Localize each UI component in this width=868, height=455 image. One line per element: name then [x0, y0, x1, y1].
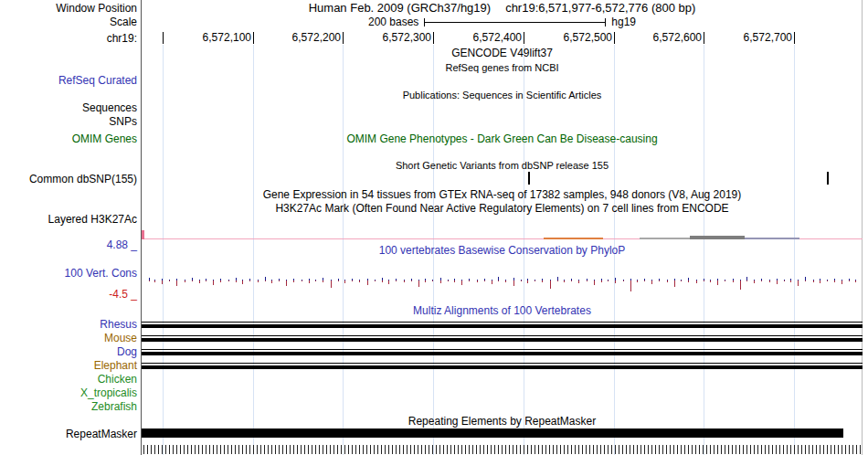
bottom-tick: [505, 445, 506, 454]
phylop-tick-negative: [754, 280, 755, 283]
phylop-tick-negative: [674, 280, 675, 287]
bottom-tick: [527, 445, 528, 454]
phylop-conservation-track[interactable]: [142, 260, 863, 297]
bottom-tick: [392, 445, 393, 454]
dbsnp-variant-tick[interactable]: [827, 172, 829, 185]
bottom-tick: [812, 445, 813, 454]
bottom-tick: [600, 445, 601, 454]
phylop-tick-negative: [492, 280, 492, 284]
bottom-tick: [772, 445, 773, 454]
bottom-tick: [768, 445, 769, 454]
phylop-tick-negative: [651, 280, 652, 284]
bottom-tick: [549, 445, 550, 454]
ruler-coordinate-label: 6,572,400: [463, 31, 522, 44]
omim-title[interactable]: OMIM Gene Phenotypes - Dark Green Can Be…: [142, 132, 863, 145]
bottom-tick: [801, 445, 802, 454]
h3k27ac-signal-segment: [640, 238, 690, 239]
bottom-tick: [567, 445, 568, 454]
base-position-ruler[interactable]: 6,572,1006,572,2006,572,3006,572,4006,57…: [142, 30, 863, 45]
phylop-title[interactable]: 100 vertebrates Basewise Conservation by…: [142, 244, 863, 257]
bottom-tick: [385, 445, 386, 454]
track-label-multiz-elephant[interactable]: Elephant: [94, 359, 137, 372]
phylop-tick-negative: [710, 280, 711, 282]
multiz-alignment-rhesus[interactable]: [142, 322, 863, 329]
multiz-title[interactable]: Multiz Alignments of 100 Vertebrates: [142, 304, 863, 317]
track-label-multiz-zebrafish[interactable]: Zebrafish: [91, 400, 137, 413]
alignment-line: [142, 363, 863, 364]
alignment-bar: [142, 352, 863, 355]
scale-bases-text: 200 bases: [368, 16, 418, 28]
bottom-tick: [520, 445, 521, 454]
h3k27ac-title[interactable]: H3K27Ac Mark (Often Found Near Active Re…: [142, 202, 863, 215]
ruler-coordinate-label: 6,572,700: [734, 31, 792, 44]
phylop-tick-negative: [185, 280, 185, 282]
multiz-alignment-dog[interactable]: [142, 349, 863, 356]
gencode-title[interactable]: GENCODE V49lift37: [142, 47, 863, 59]
gtex-title[interactable]: Gene Expression in 54 tissues from GTEx …: [142, 188, 863, 201]
track-label-sequences[interactable]: Sequences: [82, 101, 137, 114]
bottom-tick: [333, 445, 334, 454]
bottom-tick: [721, 445, 722, 454]
track-label-omim-genes[interactable]: OMIM Genes: [72, 132, 137, 145]
bottom-tick: [388, 445, 389, 454]
bottom-tick: [268, 445, 269, 454]
repeatmasker-element-bar[interactable]: [142, 429, 843, 438]
phylop-tick-negative: [761, 280, 762, 281]
bottom-tick: [429, 445, 429, 454]
track-label-snps[interactable]: SNPs: [109, 115, 137, 128]
phylop-tick-negative: [258, 280, 259, 282]
track-label-vert-cons[interactable]: 100 Vert. Cons: [65, 267, 137, 280]
track-label-multiz-chicken[interactable]: Chicken: [98, 373, 137, 386]
bottom-tick: [231, 445, 232, 454]
bottom-tick: [143, 445, 144, 454]
phylop-tick-negative: [469, 280, 470, 281]
track-label-common-dbsnp[interactable]: Common dbSNP(155): [29, 173, 137, 185]
repeatmasker-title[interactable]: Repeating Elements by RepeatMasker: [142, 415, 863, 428]
phylop-tick-negative: [396, 280, 397, 281]
bottom-tick: [381, 445, 382, 454]
bottom-tick: [823, 445, 824, 454]
phylop-tick-negative: [498, 280, 499, 281]
bottom-tick: [666, 445, 667, 454]
dbsnp-track[interactable]: [142, 172, 863, 185]
track-label-repeatmasker[interactable]: RepeatMasker: [66, 428, 137, 440]
bottom-tick: [319, 445, 320, 454]
bottom-tick: [238, 445, 239, 454]
bottom-tick: [260, 445, 261, 454]
bottom-tick: [688, 445, 689, 454]
phylop-tick-negative: [220, 280, 221, 282]
dbsnp-title[interactable]: Short Genetic Variants from dbSNP releas…: [142, 159, 863, 172]
track-label-layered-h3k27ac[interactable]: Layered H3K27Ac: [48, 213, 137, 226]
bottom-tick: [578, 445, 579, 454]
bottom-tick: [746, 445, 747, 454]
scale-bar: [424, 18, 606, 26]
bottom-tick: [396, 445, 397, 454]
track-label-multiz-dog[interactable]: Dog: [117, 345, 137, 358]
layered-h3k27ac-track[interactable]: [142, 228, 863, 241]
multiz-alignment-elephant[interactable]: [142, 363, 863, 370]
track-label-window-position: Window Position: [56, 2, 137, 15]
bottom-tick: [677, 445, 678, 454]
dbsnp-variant-tick[interactable]: [528, 172, 530, 185]
bottom-tick: [450, 445, 451, 454]
bottom-tick: [224, 445, 225, 454]
track-label-multiz-mouse[interactable]: Mouse: [104, 332, 137, 344]
track-label-multiz-x_tropicalis[interactable]: X_tropicalis: [80, 386, 137, 399]
phylop-tick-negative: [571, 280, 572, 281]
phylop-tick-negative: [169, 280, 170, 281]
track-display-area[interactable]: Human Feb. 2009 (GRCh37/hg19) chr19:6,57…: [142, 0, 863, 455]
bottom-tick: [761, 445, 762, 454]
bottom-tick: [195, 445, 196, 454]
bottom-tick: [370, 445, 371, 454]
track-label-multiz-rhesus[interactable]: Rhesus: [100, 318, 137, 331]
bottom-tick: [326, 445, 327, 454]
phylop-tick-negative: [608, 280, 609, 281]
phylop-tick-negative: [527, 280, 528, 283]
bottom-tick: [494, 445, 495, 454]
multiz-alignment-mouse[interactable]: [142, 335, 863, 343]
bottom-tick: [154, 445, 155, 454]
phylop-tick-negative: [842, 280, 842, 284]
track-label-refseq-curated[interactable]: RefSeq Curated: [58, 74, 137, 87]
publications-title[interactable]: Publications: Sequences in Scientific Ar…: [142, 89, 863, 101]
bottom-tick: [842, 445, 842, 454]
